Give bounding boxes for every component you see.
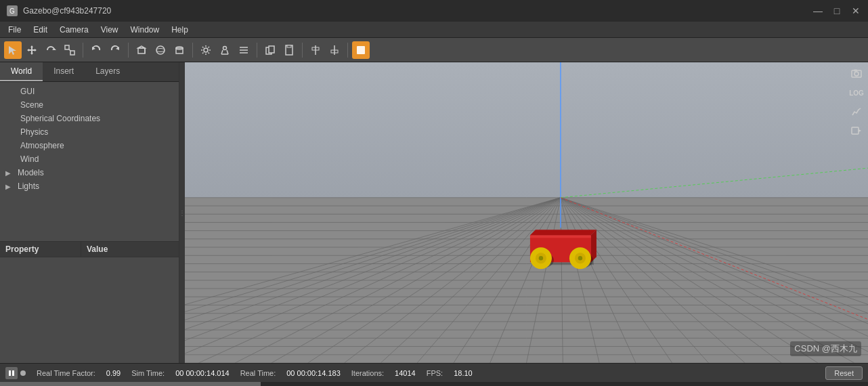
paste-button[interactable] [280,41,298,59]
menu-edit[interactable]: Edit [28,24,53,36]
rotate-tool-button[interactable] [42,41,60,59]
statusbar: Real Time Factor: 0.99 Sim Time: 00 00:0… [0,363,868,382]
toolbar-separator-4 [257,43,257,58]
svg-marker-7 [52,48,56,50]
property-panel: Property Value [0,241,179,363]
statusbar-left [5,367,26,379]
svg-rect-39 [287,45,291,47]
tab-layers[interactable]: Layers [85,62,131,81]
redo-button[interactable] [106,41,124,59]
svg-rect-44 [357,46,365,54]
svg-line-25 [202,47,204,48]
svg-rect-8 [65,45,69,49]
viewport-canvas [185,62,868,363]
iterations-label: Iterations: [351,369,384,377]
pause-button[interactable] [5,367,18,379]
tree-atmosphere[interactable]: Atmosphere [0,139,179,152]
tree-physics[interactable]: Physics [0,125,179,139]
app-icon: G [7,5,18,16]
svg-line-26 [209,52,210,53]
align-button-1[interactable] [307,41,324,59]
tab-insert[interactable]: Insert [43,62,85,81]
main-layout: World Insert Layers GUI Scene Spherical … [0,38,868,386]
menu-help[interactable]: Help [166,24,194,36]
toolbar-separator-1 [83,43,83,58]
app-title: Gazebo@cf943b247720 [23,6,111,16]
menu-file[interactable]: File [3,24,26,36]
spot-light-button[interactable] [216,41,234,59]
svg-rect-13 [138,48,145,53]
scale-tool-button[interactable] [61,41,79,59]
sim-time-value: 00 00:00:14.014 [175,369,230,377]
tree-lights[interactable]: ▶ Lights [0,179,179,193]
toolbar-separator-5 [302,43,303,58]
tree-arrow-lights: ▶ [5,183,15,190]
mode-button[interactable] [352,41,370,59]
tree-scene[interactable]: Scene [0,98,179,112]
menubar: File Edit Camera View Window Help [0,22,868,38]
left-panel: World Insert Layers GUI Scene Spherical … [0,62,179,363]
titlebar: G Gazebo@cf943b247720 — □ ✕ [0,0,868,22]
translate-tool-button[interactable] [23,41,41,59]
tree-wind[interactable]: Wind [0,152,179,166]
rtf-label: Real Time Factor: [37,369,95,377]
titlebar-controls: — □ ✕ [812,5,861,16]
plot-button[interactable] [848,103,865,121]
fps-label: FPS: [427,369,443,377]
minimize-button[interactable]: — [812,5,823,16]
svg-marker-4 [30,53,33,55]
rtf-value: 0.99 [106,369,121,377]
svg-rect-9 [70,51,74,55]
toolbar [0,38,868,62]
undo-button[interactable] [87,41,105,59]
svg-line-30 [221,50,223,54]
svg-line-10 [69,49,70,51]
svg-rect-37 [269,46,274,53]
record-button[interactable] [848,122,865,140]
status-indicator [20,370,26,376]
panel-resize-handle[interactable]: ⋮ [179,62,185,363]
viewport-toolbar: LOG [848,65,865,140]
svg-rect-51 [12,370,14,376]
sphere-button[interactable] [152,41,169,59]
copy-button[interactable] [261,41,279,59]
tree-models[interactable]: ▶ Models [0,166,179,179]
tree-gui[interactable]: GUI [0,85,179,98]
menu-camera[interactable]: Camera [54,24,94,36]
screenshot-button[interactable] [848,65,865,83]
box-button[interactable] [133,41,150,59]
menu-window[interactable]: Window [125,24,165,36]
dir-light-button[interactable] [235,41,253,59]
tab-bar: World Insert Layers [0,62,179,82]
toolbar-separator-3 [192,43,193,58]
tree-spherical-coordinates[interactable]: Spherical Coordinates [0,112,179,125]
svg-marker-49 [859,129,861,132]
close-button[interactable]: ✕ [850,5,861,16]
point-light-button[interactable] [197,41,215,59]
cylinder-button[interactable] [171,41,188,59]
svg-line-28 [202,52,204,53]
value-col: Value [81,242,179,257]
svg-rect-50 [9,370,11,376]
align-button-2[interactable] [326,41,343,59]
property-col: Property [0,242,81,257]
log-button[interactable]: LOG [848,84,865,102]
svg-marker-14 [138,46,145,48]
svg-point-16 [156,46,165,54]
svg-marker-0 [9,46,16,55]
3d-viewport[interactable]: LOG CSDN @西木九 [185,62,868,363]
maximize-button[interactable]: □ [831,5,842,16]
menu-view[interactable]: View [95,24,124,36]
titlebar-left: G Gazebo@cf943b247720 [7,5,111,16]
reset-button[interactable]: Reset [825,366,863,380]
svg-line-27 [209,47,210,48]
fps-value: 18.10 [454,369,473,377]
svg-marker-5 [27,49,29,51]
select-tool-button[interactable] [4,41,22,59]
sim-time-label: Sim Time: [131,369,165,377]
toolbar-separator-2 [128,43,129,58]
svg-marker-6 [35,49,37,51]
svg-point-17 [156,48,165,51]
svg-point-29 [223,46,227,49]
tab-world[interactable]: World [0,62,43,81]
